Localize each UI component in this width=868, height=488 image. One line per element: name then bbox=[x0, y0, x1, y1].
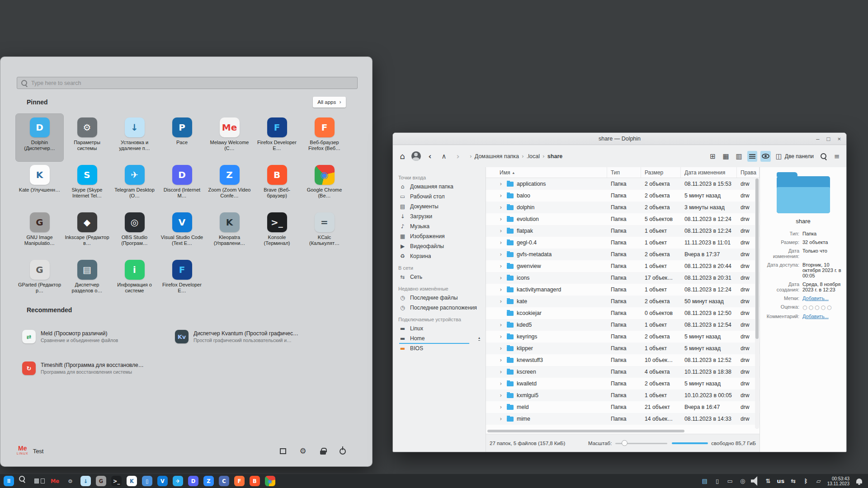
expander-icon[interactable]: › bbox=[498, 216, 504, 222]
taskbar-zoom-icon[interactable]: Z bbox=[203, 476, 214, 486]
recommended-app[interactable]: ↻ Timeshift (Программа для восстановле… … bbox=[22, 352, 175, 384]
recommended-app[interactable]: ⇄ Meld (Просмотр различий) Сравнение и о… bbox=[22, 321, 175, 352]
expander-icon[interactable]: › bbox=[498, 263, 504, 269]
clipboard-icon[interactable]: ▯ bbox=[713, 476, 722, 486]
search-input[interactable] bbox=[31, 80, 353, 86]
pinned-app[interactable]: G GParted (Редактор р… bbox=[16, 256, 63, 304]
pinned-app[interactable]: ◉ Google Chrome (Ве… bbox=[301, 161, 348, 209]
file-row[interactable]: › kded5 Папка 1 объект 08.11.2023 в 12:5… bbox=[486, 319, 760, 331]
taskbar-kate-icon[interactable]: K bbox=[127, 476, 137, 486]
file-row[interactable]: › flatpak Папка 1 объект 08.11.2023 в 12… bbox=[486, 225, 760, 237]
place-item[interactable]: ▬ BIOS ▴ bbox=[393, 343, 486, 353]
expander-icon[interactable]: › bbox=[498, 251, 504, 258]
eject-icon[interactable]: ▴ bbox=[478, 336, 480, 341]
taskbar-kdeconnect-icon[interactable]: ▯ bbox=[142, 476, 152, 486]
titlebar[interactable]: share — Dolphin – □ × bbox=[393, 133, 846, 145]
compact-view-icon[interactable]: ▥ bbox=[734, 151, 744, 162]
pinned-app[interactable]: = KCalc (Калькулят… bbox=[301, 209, 348, 256]
vertical-scrollbar[interactable] bbox=[755, 178, 759, 429]
new-tab-icon[interactable]: ⊞ bbox=[708, 151, 718, 162]
horizontal-scrollbar[interactable] bbox=[486, 429, 760, 434]
expander-icon[interactable]: › bbox=[498, 239, 504, 246]
pinned-app[interactable]: S Skype (Skype Internet Tel… bbox=[63, 161, 111, 209]
user-avatar-icon[interactable] bbox=[411, 151, 421, 161]
up-button[interactable]: ∧ bbox=[439, 151, 449, 162]
breadcrumb-item[interactable]: .local bbox=[527, 153, 540, 160]
taskbar-brave-icon[interactable]: B bbox=[250, 476, 260, 486]
file-row[interactable]: › mime Папка 14 объек… 08.11.2023 в 14:3… bbox=[486, 413, 760, 425]
expander-icon[interactable]: › bbox=[498, 380, 504, 387]
details-view-icon[interactable] bbox=[747, 151, 757, 162]
all-apps-button[interactable]: All apps › bbox=[313, 97, 346, 108]
pinned-app[interactable]: K Kate (Улучшенн… bbox=[16, 161, 63, 209]
location-icon[interactable]: ◎ bbox=[738, 476, 747, 486]
file-row[interactable]: › gvfs-metadata Папка 2 объекта Вчера в … bbox=[486, 249, 760, 260]
expander-icon[interactable]: › bbox=[498, 322, 504, 328]
pinned-app[interactable]: ⚙ Параметры системы bbox=[63, 114, 111, 161]
pinned-app[interactable]: ◆ Inkscape (Редактор в… bbox=[63, 209, 111, 256]
touchpad-icon[interactable]: ▱ bbox=[814, 476, 823, 486]
launcher-search[interactable] bbox=[17, 77, 358, 89]
expander-icon[interactable]: › bbox=[498, 345, 504, 352]
file-row[interactable]: › evolution Папка 5 объектов 08.11.2023 … bbox=[486, 213, 760, 225]
lock-button[interactable] bbox=[319, 446, 327, 455]
place-item[interactable]: ◷ Последние расположения bbox=[393, 303, 486, 313]
taskbar-firefox-icon[interactable]: F bbox=[234, 476, 245, 486]
taskbar-settings-icon[interactable]: ⚙ bbox=[65, 476, 75, 486]
place-item[interactable]: ⇆ Сеть bbox=[393, 272, 486, 282]
expander-icon[interactable]: › bbox=[498, 181, 504, 187]
search-icon[interactable] bbox=[819, 151, 829, 162]
file-row[interactable]: › gegl-0.4 Папка 1 объект 11.11.2023 в 1… bbox=[486, 237, 760, 249]
expander-icon[interactable]: › bbox=[498, 333, 504, 340]
windows-button[interactable] bbox=[279, 446, 287, 455]
expander-icon[interactable]: › bbox=[498, 286, 504, 293]
notifications-button[interactable] bbox=[854, 476, 864, 486]
taskbar-telegram-icon[interactable]: ✈ bbox=[173, 476, 183, 486]
expander-icon[interactable]: › bbox=[498, 369, 504, 375]
breadcrumb-item[interactable]: share bbox=[547, 153, 562, 160]
forward-button[interactable]: › bbox=[453, 151, 463, 162]
settings-button[interactable]: ⚙ bbox=[299, 446, 307, 455]
expander-icon[interactable]: › bbox=[498, 275, 504, 281]
pinned-app[interactable]: F Веб-браузер Firefox (Веб… bbox=[301, 114, 348, 161]
place-item[interactable]: ▤ Документы bbox=[393, 202, 486, 211]
column-header-size[interactable]: Размер bbox=[641, 167, 681, 178]
place-item[interactable]: ◷ Последние файлы bbox=[393, 293, 486, 303]
file-row[interactable]: › gwenview Папка 1 объект 08.11.2023 в 2… bbox=[486, 260, 760, 272]
place-item[interactable]: ▦ Изображения bbox=[393, 231, 486, 241]
pinned-app[interactable]: i Информация о системе bbox=[111, 256, 158, 304]
file-row[interactable]: › klipper Папка 1 объект 5 минут назад d… bbox=[486, 343, 760, 354]
column-header-name[interactable]: Имя ▴ bbox=[486, 167, 607, 178]
split-view-button[interactable]: ◫ Две панели bbox=[774, 152, 816, 160]
file-row[interactable]: › kate Папка 2 объекта 50 минут назад dr… bbox=[486, 296, 760, 307]
back-button[interactable]: ‹ bbox=[425, 151, 435, 162]
taskbar-melawy-logo[interactable]: Me bbox=[50, 476, 60, 486]
file-row[interactable]: › kwalletd Папка 2 объекта 5 минут назад… bbox=[486, 378, 760, 389]
expander-icon[interactable]: › bbox=[498, 228, 504, 234]
breadcrumb-item[interactable]: Домашняя папка bbox=[475, 153, 519, 160]
expander-icon[interactable]: › bbox=[498, 416, 504, 422]
taskbar-software-icon[interactable]: ↓ bbox=[80, 476, 91, 486]
place-item[interactable]: ▭ Рабочий стол bbox=[393, 192, 486, 202]
pinned-app[interactable]: ◎ OBS Studio (Програм… bbox=[111, 209, 158, 256]
taskbar-discord-icon[interactable]: D bbox=[188, 476, 198, 486]
power-button[interactable] bbox=[339, 446, 347, 455]
place-item[interactable]: ▶ Видеофайлы bbox=[393, 241, 486, 251]
pinned-app[interactable]: F Firefox Developer E… bbox=[253, 114, 301, 161]
file-row[interactable]: › kscreen Папка 4 объекта 10.11.2023 в 1… bbox=[486, 366, 760, 378]
bluetooth-icon[interactable]: ᛒ bbox=[802, 476, 811, 486]
file-row[interactable]: › icons Папка 17 объек… 08.11.2023 в 20:… bbox=[486, 272, 760, 284]
recommended-app[interactable]: Kv Диспетчер Kvantum (Простой графичес… … bbox=[175, 321, 344, 352]
taskbar-search-icon[interactable] bbox=[19, 476, 29, 486]
pinned-app[interactable]: B Brave (Веб-браузер) bbox=[253, 161, 301, 209]
expander-icon[interactable]: › bbox=[498, 192, 504, 199]
column-header-modified[interactable]: Дата изменения bbox=[681, 167, 737, 178]
zoom-slider[interactable] bbox=[615, 440, 667, 446]
file-row[interactable]: › kactivitymanagerd Папка 1 объект 08.11… bbox=[486, 284, 760, 296]
column-header-perms[interactable]: Права bbox=[737, 167, 760, 178]
pinned-app[interactable]: K Kleopatra (Управлени… bbox=[206, 209, 253, 256]
pinned-app[interactable]: P Pace bbox=[158, 114, 206, 161]
file-row[interactable]: kcookiejar Папка 0 объектов 08.11.2023 в… bbox=[486, 307, 760, 319]
file-row[interactable]: › knewstuff3 Папка 10 объек… 08.11.2023 … bbox=[486, 354, 760, 366]
place-item[interactable]: ▬ Linux ▴ bbox=[393, 324, 486, 333]
